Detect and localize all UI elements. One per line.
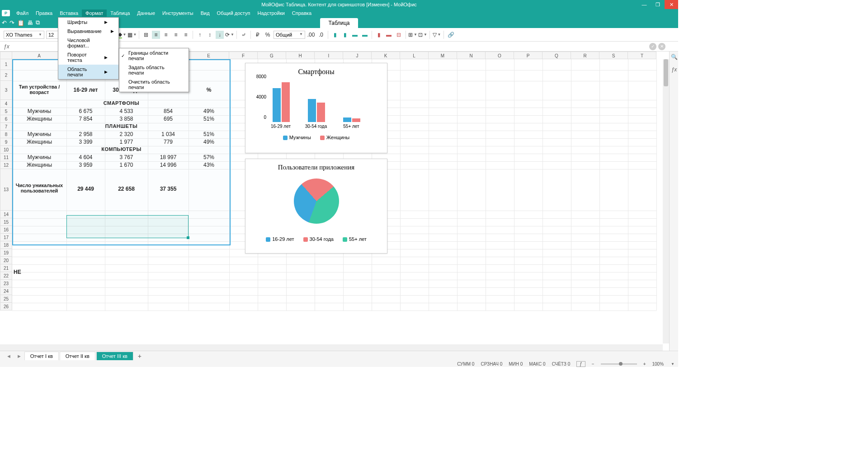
horizontal-scrollbar[interactable] — [0, 344, 663, 351]
align-justify-button[interactable]: ≡ — [182, 31, 190, 39]
cell[interactable]: 4 604 — [66, 154, 105, 160]
status-fx[interactable]: ƒ — [576, 361, 585, 367]
row-hdr-25[interactable]: 25 — [0, 295, 12, 303]
zoom-slider[interactable] — [601, 363, 637, 365]
insert-col-left-button[interactable]: ▮ — [331, 31, 339, 39]
cell[interactable]: 3 858 — [105, 116, 148, 122]
pie-chart[interactable]: Пользователи приложения 16-29 лет 30-54 … — [245, 159, 387, 254]
minimize-button[interactable]: — — [637, 0, 651, 9]
row-hdr-15[interactable]: 15 — [0, 218, 12, 226]
delete-row-button[interactable]: ▬ — [385, 31, 393, 39]
currency-button[interactable]: ₽ — [254, 31, 262, 39]
maximize-button[interactable]: ❐ — [651, 0, 665, 9]
delete-col-button[interactable]: ▮ — [375, 31, 383, 39]
percent-button[interactable]: % — [264, 31, 272, 39]
zoom-out-button[interactable]: − — [592, 362, 594, 367]
freeze-button[interactable]: ⊞▼ — [409, 31, 417, 39]
row-hdr-16[interactable]: 16 — [0, 226, 12, 234]
col-hdr-N[interactable]: N — [457, 52, 486, 59]
row-hdr-5[interactable]: 5 — [0, 108, 12, 115]
valign-top-button[interactable]: ↑ — [196, 31, 204, 39]
fx-panel-icon[interactable]: ƒx — [670, 64, 678, 75]
row-hdr-3[interactable]: 3 — [0, 81, 12, 100]
col-hdr-M[interactable]: M — [429, 52, 457, 59]
cell[interactable]: 695 — [148, 116, 189, 122]
sheet-next-button[interactable]: ► — [14, 353, 24, 359]
col-hdr-K[interactable]: K — [372, 52, 400, 59]
wrap-button[interactable]: ⤶ — [240, 31, 248, 39]
cell[interactable]: Мужчины — [12, 108, 66, 114]
align-right-button[interactable]: ≡ — [172, 31, 180, 39]
row-hdr-17[interactable]: 17 — [0, 234, 12, 241]
row-hdr-11[interactable]: 11 — [0, 154, 12, 161]
fill-color-button[interactable]: ◆▼ — [118, 31, 126, 39]
cell[interactable]: 7 854 — [66, 116, 105, 122]
row-hdr-18[interactable]: 18 — [0, 241, 12, 249]
menu-Данные[interactable]: Данные — [133, 9, 159, 17]
cell[interactable]: Женщины — [12, 116, 66, 122]
cell[interactable]: 854 — [148, 108, 189, 114]
vertical-scrollbar[interactable] — [663, 59, 669, 343]
insert-row-below-button[interactable]: ▬ — [361, 31, 369, 39]
row-hdr-6[interactable]: 6 — [0, 115, 12, 123]
col-hdr-P[interactable]: P — [514, 52, 542, 59]
row-hdr-24[interactable]: 24 — [0, 287, 12, 295]
menu-Формат[interactable]: Формат — [82, 9, 107, 17]
delete-cells-button[interactable]: ⊟ — [395, 31, 403, 39]
sheet-prev-button[interactable]: ◄ — [4, 353, 14, 359]
dec-dec-button[interactable]: .0 — [317, 31, 325, 39]
redo-icon[interactable]: ↷ — [9, 19, 14, 26]
cell[interactable]: 3 399 — [66, 139, 105, 145]
col-hdr-Q[interactable]: Q — [542, 52, 571, 59]
row-hdr-19[interactable]: 19 — [0, 249, 12, 257]
search-icon[interactable]: 🔍 — [670, 52, 678, 62]
cell[interactable]: 18 997 — [148, 154, 189, 160]
col-hdr-O[interactable]: O — [486, 52, 514, 59]
printarea-item[interactable]: Очистить область печати — [119, 77, 189, 92]
printarea-item[interactable]: ✓Границы области печати — [119, 48, 189, 63]
fmt-item[interactable]: Шрифты▶ — [58, 18, 118, 27]
col-hdr-I[interactable]: I — [315, 52, 343, 59]
row-hdr-20[interactable]: 20 — [0, 257, 12, 264]
col-hdr-S[interactable]: S — [599, 52, 628, 59]
cell[interactable]: 1 670 — [105, 162, 148, 168]
cell[interactable]: 6 675 — [66, 108, 105, 114]
cell[interactable]: 14 996 — [148, 162, 189, 168]
cell[interactable]: 779 — [148, 139, 189, 145]
rotate-text-button[interactable]: ⟳▼ — [226, 31, 234, 39]
font-name-select[interactable]: XO Thames▼ — [4, 31, 44, 39]
row-hdr-14[interactable]: 14 — [0, 211, 12, 218]
col-hdr-E[interactable]: E — [189, 52, 229, 59]
row-hdr-2[interactable]: 2 — [0, 70, 12, 81]
filter-button[interactable]: ▽▼ — [433, 31, 441, 39]
dec-inc-button[interactable]: .00 — [307, 31, 315, 39]
cell[interactable]: 2 320 — [105, 131, 148, 137]
cell[interactable]: 3 959 — [66, 162, 105, 168]
group-button[interactable]: ⊡▼ — [419, 31, 427, 39]
cell[interactable]: Женщины — [12, 139, 66, 145]
menu-Вставка[interactable]: Вставка — [56, 9, 82, 17]
col-hdr-G[interactable]: G — [258, 52, 286, 59]
row-hdr-7[interactable]: 7 — [0, 123, 12, 131]
align-center-button[interactable]: ≡ — [162, 31, 170, 39]
cell[interactable]: 57% — [189, 154, 229, 160]
fmt-item[interactable]: Числовой формат... — [58, 36, 118, 50]
row-hdr-9[interactable]: 9 — [0, 138, 12, 146]
cell[interactable]: Женщины — [12, 162, 66, 168]
valign-mid-button[interactable]: ↕ — [206, 31, 214, 39]
menu-Таблица[interactable]: Таблица — [107, 9, 133, 17]
menu-Инструменты[interactable]: Инструменты — [159, 9, 197, 17]
cell[interactable]: 1 977 — [105, 139, 148, 145]
col-hdr-T[interactable]: T — [628, 52, 656, 59]
col-hdr-R[interactable]: R — [571, 52, 599, 59]
row-hdr-1[interactable]: 1 — [0, 59, 12, 70]
bar-chart[interactable]: Смартфоны 04000800016-29 лет30-54 года55… — [245, 63, 387, 153]
undo-icon[interactable]: ↶ — [2, 19, 7, 26]
col-hdr-J[interactable]: J — [343, 52, 372, 59]
col-hdr-L[interactable]: L — [400, 52, 429, 59]
cell[interactable]: 51% — [189, 116, 229, 122]
borders-button[interactable]: ▦▼ — [128, 31, 136, 39]
col-hdr-H[interactable]: H — [286, 52, 315, 59]
cell[interactable]: 51% — [189, 131, 229, 137]
cell[interactable]: 3 767 — [105, 154, 148, 160]
